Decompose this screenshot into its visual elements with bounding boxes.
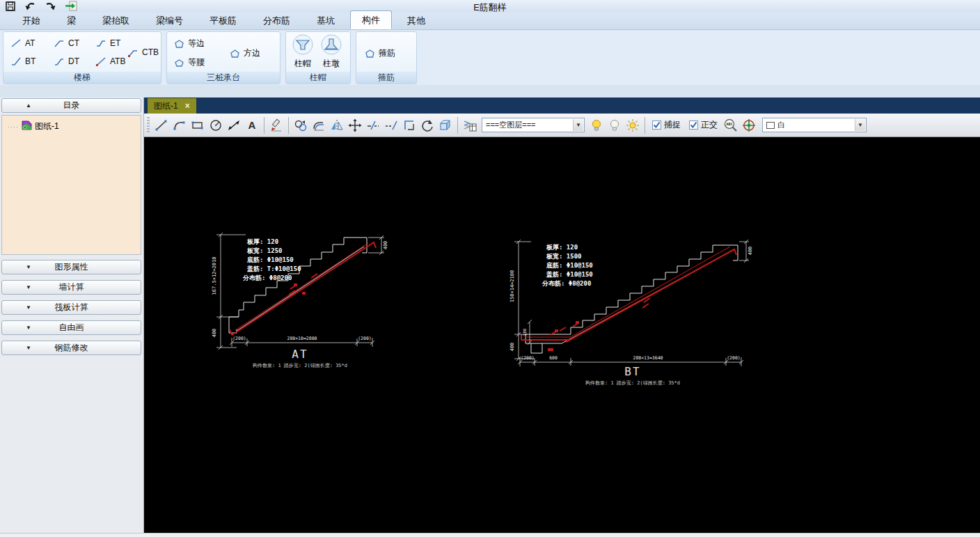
svg-text:180: 180	[522, 328, 527, 336]
dropdown-arrow-icon[interactable]: ▼	[573, 119, 583, 131]
circle-tool-icon[interactable]	[207, 116, 225, 134]
toolbar-grip[interactable]	[147, 117, 150, 134]
titlebar: E筋翻样	[0, 0, 980, 13]
collapse-down-icon: ▼	[26, 325, 31, 331]
catalog-tree: ···· 图纸-1	[1, 115, 141, 255]
stair-bt-button[interactable]: BT	[10, 56, 35, 66]
svg-text:(200): (200)	[521, 355, 535, 361]
tab-fenbujin[interactable]: 分布筋	[252, 12, 301, 29]
document-tab-drawing-1[interactable]: 图纸-1 ×	[148, 98, 196, 114]
ribbon: AT CT ET BT DT ATB CTB 楼梯 等边 等腰 方边 三桩承台	[0, 31, 980, 85]
layer-manager-icon[interactable]	[461, 116, 479, 134]
stair-dt-button[interactable]: DT	[54, 56, 79, 66]
document-tab-strip: 图纸-1 ×	[144, 98, 980, 114]
tab-goujian[interactable]: 构件	[350, 10, 392, 29]
dropdown-arrow-icon[interactable]: ▼	[855, 119, 865, 131]
draw-toolbar: A ===空图层=== ▼ 捕捉 正交 ABC	[144, 114, 980, 137]
checkbox-checked-icon[interactable]	[689, 120, 698, 130]
view-3d-icon[interactable]	[436, 116, 455, 134]
pile-fangbian-button[interactable]: 方边	[230, 47, 260, 59]
group-label-stirrup: 箍筋	[356, 72, 416, 84]
sidebar-panel-catalog[interactable]: ▲ 目录	[1, 98, 141, 113]
brightness-icon[interactable]	[624, 116, 642, 134]
tab-liangbianhao[interactable]: 梁编号	[145, 12, 194, 29]
tab-qita[interactable]: 其他	[396, 12, 436, 29]
move-tool-icon[interactable]	[346, 116, 364, 134]
tree-item-drawing-1[interactable]: ···· 图纸-1	[2, 116, 141, 133]
target-point-icon[interactable]	[740, 116, 758, 134]
color-swatch-white	[766, 122, 775, 129]
stair-ct-button[interactable]: CT	[54, 38, 79, 48]
rotate-tool-icon[interactable]	[418, 116, 436, 134]
color-select[interactable]: 白 ▼	[762, 118, 867, 132]
svg-text:400: 400	[383, 241, 388, 250]
group-label-pile-cap: 三桩承台	[167, 72, 280, 84]
find-text-icon[interactable]: ABC	[722, 116, 740, 134]
layer-select[interactable]: ===空图层=== ▼	[482, 118, 585, 132]
tab-jikeng[interactable]: 基坑	[306, 12, 346, 29]
stirrup-button[interactable]: 箍筋	[365, 47, 395, 59]
svg-text:底筋: Φ10@150: 底筋: Φ10@150	[546, 262, 593, 269]
sidebar-panel-raft-calc[interactable]: ▼ 筏板计算	[1, 300, 141, 315]
sidebar-panel-graphic-props[interactable]: ▼ 图形属性	[1, 260, 141, 274]
collapse-up-icon: ▲	[26, 102, 31, 109]
snap-checkbox[interactable]: 捕捉	[652, 119, 681, 131]
checkbox-checked-icon[interactable]	[652, 120, 661, 130]
tab-liang[interactable]: 梁	[56, 12, 87, 29]
svg-text:400: 400	[212, 329, 217, 338]
ribbon-group-column-cap: 柱帽 柱墩 柱帽	[285, 31, 351, 84]
svg-text:167.5×12=2010: 167.5×12=2010	[212, 257, 217, 295]
svg-text:600: 600	[549, 355, 558, 361]
svg-text:400: 400	[748, 247, 753, 256]
svg-text:盖筋: T:Φ10@150: 盖筋: T:Φ10@150	[247, 265, 301, 272]
bt-note: 构件数量: 1 踏步宽: 2(锚固长度: 35*d	[585, 380, 680, 386]
stair-et-button[interactable]: ET	[95, 38, 120, 48]
svg-text:400: 400	[509, 343, 515, 352]
layer-off-icon[interactable]	[606, 116, 624, 134]
at-title: AT	[292, 348, 308, 361]
trim-tool-icon[interactable]	[364, 116, 382, 134]
ortho-checkbox[interactable]: 正交	[689, 119, 718, 131]
status-bar	[0, 533, 980, 537]
corner-tool-icon[interactable]	[400, 116, 418, 134]
rotate-copy-icon[interactable]	[292, 116, 310, 134]
offset-tool-icon[interactable]	[310, 116, 328, 134]
pile-dengbian-button[interactable]: 等边	[174, 38, 205, 49]
tab-liangtaiqu[interactable]: 梁抬取	[91, 12, 141, 29]
arc-tool-icon[interactable]	[171, 116, 189, 134]
drawing-canvas[interactable]: 167.5×12=2010 400 400 (200) 280×10=2800 …	[144, 137, 980, 533]
sidebar: ▲ 目录 ···· 图纸-1 ▼ 图形属性 ▼ 墙计算 ▼ 筏板计算 ▼ 自由画	[0, 98, 144, 533]
separator	[288, 117, 289, 134]
layer-on-icon[interactable]	[587, 116, 606, 134]
stair-at-button[interactable]: AT	[10, 38, 35, 48]
stair-drawings-svg: 167.5×12=2010 400 400 (200) 280×10=2800 …	[144, 137, 980, 533]
sidebar-panel-free-draw[interactable]: ▼ 自由画	[1, 320, 141, 335]
extend-tool-icon[interactable]	[382, 116, 400, 134]
close-tab-icon[interactable]: ×	[185, 101, 190, 111]
svg-text:板宽: 1250: 板宽: 1250	[246, 247, 283, 254]
dimension-tool-icon[interactable]	[225, 116, 243, 134]
app-window: E筋翻样 开始 梁 梁抬取 梁编号 平板筋 分布筋 基坑 构件 其他 AT CT…	[0, 0, 980, 537]
brush-tool-icon[interactable]	[267, 116, 285, 134]
ribbon-group-stirrup: 箍筋 箍筋	[356, 31, 417, 84]
stair-atb-button[interactable]: ATB	[95, 56, 125, 66]
svg-text:280×13=3640: 280×13=3640	[633, 355, 663, 361]
svg-text:板厚: 120: 板厚: 120	[246, 238, 278, 245]
bt-annotations: 板厚: 120 板宽: 1500 底筋: Φ10@150 盖筋: Φ10@150…	[542, 244, 593, 287]
svg-text:底筋: Φ10@150: 底筋: Φ10@150	[246, 256, 294, 263]
ribbon-group-pile-cap: 等边 等腰 方边 三桩承台	[166, 31, 280, 84]
column-pier-button[interactable]: 柱墩	[318, 33, 345, 70]
text-tool-icon[interactable]: A	[243, 116, 261, 134]
rectangle-tool-icon[interactable]	[189, 116, 207, 134]
stair-ctb-button[interactable]: CTB	[127, 47, 159, 57]
sidebar-panel-wall-calc[interactable]: ▼ 墙计算	[1, 280, 141, 295]
tab-kaishi[interactable]: 开始	[11, 12, 52, 29]
tab-pingbanjin[interactable]: 平板筋	[198, 12, 248, 29]
line-tool-icon[interactable]	[152, 116, 171, 134]
sidebar-panel-rebar-edit[interactable]: ▼ 钢筋修改	[1, 341, 141, 355]
mirror-tool-icon[interactable]	[328, 116, 346, 134]
separator	[264, 117, 264, 134]
svg-text:盖筋: Φ10@150: 盖筋: Φ10@150	[546, 270, 593, 278]
pile-dengyao-button[interactable]: 等腰	[174, 56, 205, 68]
column-cap-button[interactable]: 柱帽	[290, 33, 316, 70]
